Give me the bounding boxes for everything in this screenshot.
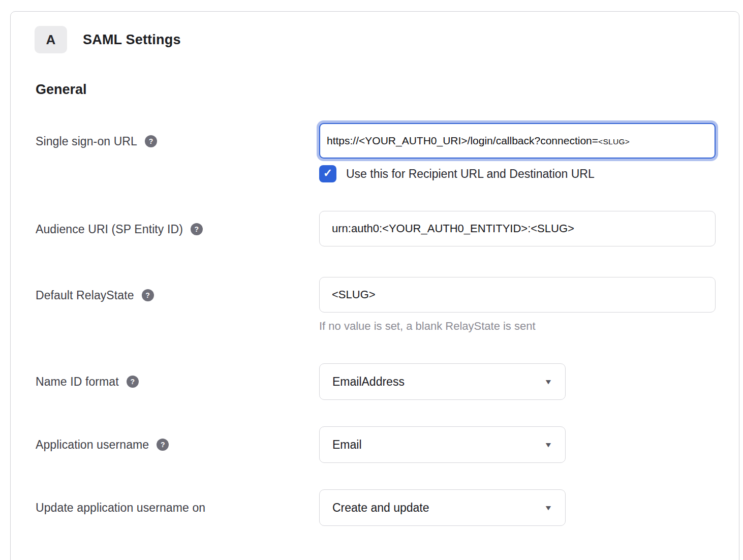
audience-uri-input[interactable]	[319, 211, 716, 246]
update-application-username-on-label: Update application username on	[36, 501, 205, 515]
saml-settings-card: A SAML Settings General Single sign-on U…	[10, 11, 739, 560]
chevron-down-icon: ▼	[544, 441, 552, 449]
help-icon[interactable]: ?	[157, 439, 169, 451]
field-row-default-relaystate: Default RelayState ? If no value is set,…	[36, 277, 715, 333]
application-username-select[interactable]: Email ▼	[319, 426, 566, 463]
single-sign-on-url-input[interactable]: https://<YOUR_AUTH0_URI>/login/callback?…	[319, 123, 716, 159]
step-a-badge-label: A	[46, 32, 56, 48]
audience-uri-label: Audience URI (SP Entity ID)	[36, 223, 183, 236]
sso-url-slug-text: <SLUG>	[598, 137, 630, 146]
page-title: SAML Settings	[83, 32, 181, 48]
field-row-audience-uri: Audience URI (SP Entity ID) ?	[36, 211, 715, 247]
general-section-title: General	[36, 82, 715, 98]
help-icon[interactable]: ?	[191, 223, 203, 235]
field-row-name-id-format: Name ID format ? EmailAddress ▼	[36, 363, 715, 400]
name-id-format-label: Name ID format	[36, 375, 119, 389]
recipient-url-checkbox-row: ✓ Use this for Recipient URL and Destina…	[319, 165, 716, 182]
recipient-url-checkbox-label: Use this for Recipient URL and Destinati…	[346, 167, 595, 181]
step-a-badge: A	[35, 26, 67, 53]
chevron-down-icon: ▼	[544, 504, 552, 512]
recipient-url-checkbox[interactable]: ✓	[319, 165, 336, 182]
field-row-application-username: Application username ? Email ▼	[36, 426, 715, 463]
help-icon[interactable]: ?	[145, 135, 157, 147]
sso-url-text: https://<YOUR_AUTH0_URI>/login/callback?…	[327, 135, 598, 146]
application-username-value: Email	[332, 438, 362, 452]
section-header: A SAML Settings	[35, 26, 715, 53]
single-sign-on-url-label: Single sign-on URL	[36, 135, 137, 148]
help-icon[interactable]: ?	[127, 376, 139, 388]
default-relaystate-label: Default RelayState	[36, 289, 134, 302]
chevron-down-icon: ▼	[544, 378, 552, 386]
name-id-format-select[interactable]: EmailAddress ▼	[319, 363, 566, 400]
application-username-label: Application username	[36, 438, 149, 452]
checkmark-icon: ✓	[323, 168, 332, 179]
field-row-single-sign-on-url: Single sign-on URL ? https://<YOUR_AUTH0…	[36, 123, 715, 182]
name-id-format-value: EmailAddress	[332, 375, 405, 389]
relaystate-helper-text: If no value is set, a blank RelayState i…	[319, 320, 716, 333]
default-relaystate-input[interactable]	[319, 277, 716, 313]
help-icon[interactable]: ?	[142, 289, 154, 301]
update-application-username-on-select[interactable]: Create and update ▼	[319, 489, 566, 526]
update-application-username-on-value: Create and update	[332, 501, 429, 515]
field-row-update-application-username-on: Update application username on Create an…	[36, 489, 715, 526]
